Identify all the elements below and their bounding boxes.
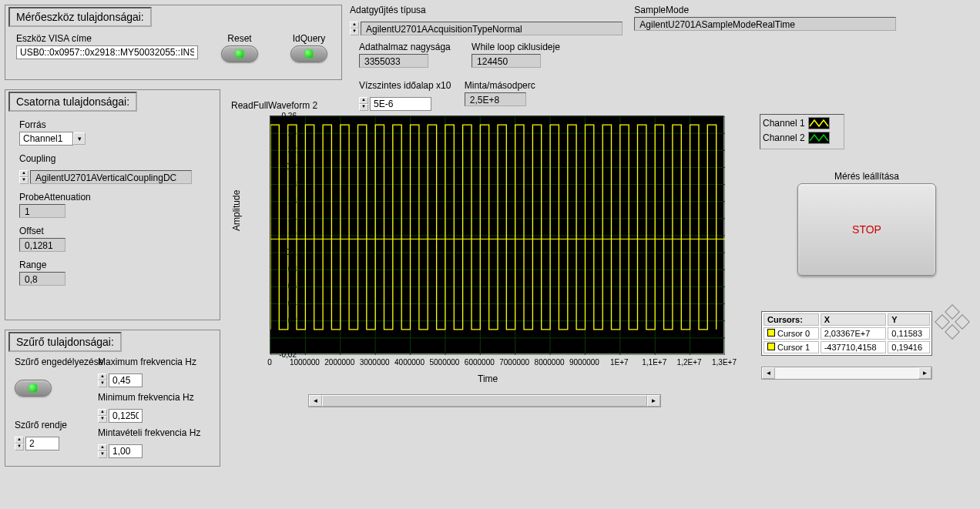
samplemode-label: SampleMode (634, 5, 896, 15)
fs-input[interactable] (109, 444, 143, 458)
visa-label: Eszköz VISA címe (16, 33, 198, 44)
legend-swatch (808, 132, 830, 144)
x-tick: 1,1E+7 (642, 358, 666, 367)
scroll-track[interactable] (322, 395, 647, 407)
y-tick: 0,18 (282, 179, 297, 188)
x-tick: 1E+7 (610, 358, 629, 367)
dataset-label: Adathalmaz nagysága (359, 42, 451, 52)
chart-scrollbar[interactable]: ◄ ► (308, 394, 661, 407)
x-tick: 7000000 (499, 358, 529, 367)
maxf-input[interactable] (109, 373, 143, 387)
y-tick: 0,08 (282, 265, 297, 273)
instrument-panel-title: Mérőeszköz tulajdonságai: (8, 7, 152, 27)
cursor-col-x: X (821, 313, 887, 326)
filter-enable-button[interactable] (15, 380, 52, 397)
range-value[interactable]: 0,8 (19, 272, 65, 286)
dataset-value: 3355033 (359, 54, 428, 68)
y-tick: 0,14 (282, 213, 297, 222)
source-dropdown[interactable]: ▾ (73, 132, 86, 145)
coupling-value[interactable]: AgilentU2701AVerticalCouplingDC (30, 170, 192, 184)
cursor-scrollbar[interactable]: ◄ ► (761, 367, 932, 380)
cursor-y: 0,11583 (888, 327, 930, 340)
minf-label: Minimum frekvencia Hz (98, 392, 200, 403)
x-tick: 6000000 (465, 358, 495, 367)
filter-order-spin[interactable]: ▲▼ (15, 437, 24, 450)
y-tick: 0 (292, 333, 297, 341)
offset-label: Offset (19, 226, 206, 236)
scroll-left-button[interactable]: ◄ (309, 395, 322, 407)
source-input[interactable] (19, 132, 73, 146)
minf-input[interactable] (109, 409, 143, 423)
cursor-table: Cursors: X Y Cursor 02,03367E+70,11583Cu… (761, 311, 932, 356)
y-tick: 0,06 (282, 282, 297, 290)
cursor-scroll-right[interactable]: ► (918, 367, 931, 379)
legend-label: Channel 2 (763, 132, 805, 143)
offset-value[interactable]: 0,1281 (19, 238, 65, 252)
fs-spin[interactable]: ▲▼ (98, 444, 107, 458)
chart-ylabel: Amplitude (231, 190, 242, 231)
samplerate-label: Minta/másodperc (465, 80, 535, 91)
legend-row[interactable]: Channel 2 (763, 132, 841, 144)
cursor-x: 2,03367E+7 (821, 327, 887, 340)
probe-value[interactable]: 1 (19, 204, 65, 218)
legend-row[interactable]: Channel 1 (763, 117, 841, 129)
maxf-spin[interactable]: ▲▼ (98, 373, 107, 387)
filter-order-input[interactable] (25, 437, 59, 450)
coupling-spin[interactable]: ▲▼ (19, 170, 29, 184)
timebase-label: Vízszintes időalap x10 (359, 80, 451, 91)
cursor-col-y: Y (888, 313, 930, 326)
reset-button[interactable] (221, 45, 258, 62)
cursor-move-pad[interactable] (938, 308, 966, 336)
cursor-panel: Cursors: X Y Cursor 02,03367E+70,11583Cu… (761, 311, 932, 380)
x-tick: 9000000 (569, 358, 599, 367)
chart-legend: Channel 1Channel 2 (760, 114, 844, 149)
y-tick: -0,02 (279, 350, 297, 359)
x-tick: 1000000 (290, 358, 320, 367)
cursor-scroll-left[interactable]: ◄ (762, 367, 775, 379)
idquery-button[interactable] (290, 45, 327, 62)
cursor-y: 0,19416 (888, 341, 930, 353)
y-tick: 0,12 (282, 231, 297, 239)
acq-type-label: Adatgyűjtés típusa (350, 5, 623, 15)
x-tick: 4000000 (394, 358, 425, 367)
stop-title: Mérés leállítása (797, 171, 936, 182)
x-tick: 0 (267, 358, 272, 367)
cursor-name: Cursor 0 (777, 329, 810, 338)
cursor-x: -437710,4158 (821, 341, 887, 353)
legend-label: Channel 1 (763, 118, 805, 129)
idquery-label: IdQuery (290, 33, 327, 44)
y-tick: 0,24 (282, 129, 297, 137)
acq-type-value[interactable]: AgilentU2701AAcquisitionTypeNormal (361, 22, 623, 35)
cursor-scroll-track[interactable] (775, 367, 918, 379)
x-tick: 5000000 (429, 358, 459, 367)
cursor-row[interactable]: Cursor 1-437710,41580,19416 (764, 341, 930, 353)
chart-plot-area[interactable] (270, 116, 724, 354)
fs-label: Mintavételi frekvencia Hz (98, 427, 200, 438)
x-tick: 3000000 (360, 358, 390, 367)
y-tick: 0,26 (282, 112, 297, 120)
filter-order-label: Szűrő rendje (15, 420, 103, 430)
stop-button[interactable]: STOP (797, 183, 936, 276)
scroll-thumb[interactable] (322, 395, 647, 407)
acq-type-spin[interactable]: ▲▼ (350, 22, 359, 35)
cursor-row[interactable]: Cursor 02,03367E+70,11583 (764, 327, 930, 340)
chart-svg (270, 116, 725, 355)
source-label: Forrás (19, 119, 206, 130)
x-tick: 2000000 (324, 358, 354, 367)
chart-xlabel: Time (478, 373, 498, 384)
chart-title: ReadFullWaveform 2 (231, 100, 317, 111)
minf-spin[interactable]: ▲▼ (98, 409, 107, 423)
reset-led (236, 50, 243, 58)
legend-swatch (808, 117, 830, 129)
range-label: Range (19, 260, 206, 270)
y-tick: 0,16 (282, 196, 297, 205)
y-tick: 0,04 (282, 299, 297, 307)
scroll-right-button[interactable]: ► (647, 395, 660, 407)
y-tick: 0,1 (286, 248, 297, 256)
loop-value: 124450 (472, 54, 541, 68)
y-tick: 0,22 (282, 146, 297, 154)
y-tick: 0,2 (286, 162, 297, 171)
visa-address-input[interactable] (16, 45, 198, 59)
waveform-chart[interactable]: ReadFullWaveform 2 Amplitude Time -0,020… (231, 100, 755, 400)
samplemode-value[interactable]: AgilentU2701ASampleModeRealTime (634, 17, 896, 31)
